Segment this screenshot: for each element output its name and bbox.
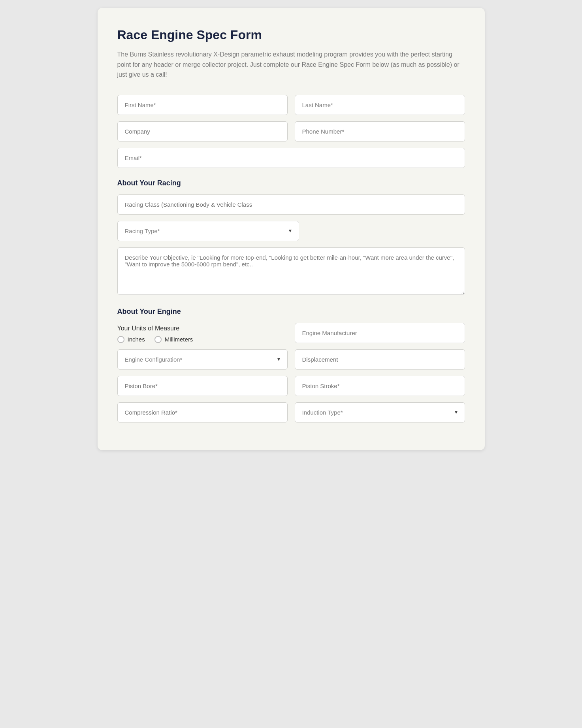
first-name-input[interactable] — [117, 95, 288, 115]
racing-class-input[interactable] — [117, 194, 465, 215]
millimeters-label: Millimeters — [165, 336, 193, 343]
displacement-field — [295, 349, 465, 370]
inches-radio-label[interactable]: Inches — [117, 336, 145, 343]
compression-ratio-input[interactable] — [117, 402, 288, 422]
manufacturer-right — [295, 323, 465, 343]
racing-type-wrapper: Racing Type* Oval Drag Road Course Off-R… — [117, 221, 299, 241]
radio-group: Inches Millimeters — [117, 336, 288, 343]
induction-type-field: Induction Type* Naturally Aspirated Turb… — [295, 402, 465, 422]
phone-input[interactable] — [295, 121, 465, 141]
racing-type-row: Racing Type* Oval Drag Road Course Off-R… — [117, 221, 465, 241]
objective-row — [117, 247, 465, 296]
engine-config-select[interactable]: Engine Configuration* V8 V6 Inline 4 Inl… — [117, 349, 288, 370]
bore-stroke-row — [117, 376, 465, 396]
units-manufacturer-row: Your Units of Measure Inches Millimeters — [117, 323, 465, 343]
last-name-input[interactable] — [295, 95, 465, 115]
units-left: Your Units of Measure Inches Millimeters — [117, 323, 288, 343]
company-input[interactable] — [117, 121, 288, 141]
racing-class-field — [117, 194, 465, 215]
racing-type-select-wrapper: Racing Type* Oval Drag Road Course Off-R… — [117, 221, 299, 241]
name-row — [117, 95, 465, 115]
piston-stroke-field — [295, 376, 465, 396]
engine-config-select-wrapper: Engine Configuration* V8 V6 Inline 4 Inl… — [117, 349, 288, 370]
compression-ratio-field — [117, 402, 288, 422]
engine-section-title: About Your Engine — [117, 307, 465, 316]
units-label: Your Units of Measure — [117, 325, 288, 332]
induction-type-select[interactable]: Induction Type* Naturally Aspirated Turb… — [295, 402, 465, 422]
inches-label: Inches — [128, 336, 145, 343]
email-input[interactable] — [117, 148, 465, 168]
company-field — [117, 121, 288, 141]
objective-field — [117, 247, 465, 296]
racing-class-row — [117, 194, 465, 215]
racing-section-title: About Your Racing — [117, 179, 465, 187]
first-name-field — [117, 95, 288, 115]
form-description: The Burns Stainless revolutionary X-Desi… — [117, 49, 465, 80]
email-row — [117, 148, 465, 168]
email-field — [117, 148, 465, 168]
piston-bore-field — [117, 376, 288, 396]
piston-bore-input[interactable] — [117, 376, 288, 396]
objective-textarea[interactable] — [117, 247, 465, 295]
piston-stroke-input[interactable] — [295, 376, 465, 396]
page-title: Race Engine Spec Form — [117, 28, 465, 42]
millimeters-radio-label[interactable]: Millimeters — [154, 336, 193, 343]
engine-section: About Your Engine Your Units of Measure … — [117, 307, 465, 422]
compression-induction-row: Induction Type* Naturally Aspirated Turb… — [117, 402, 465, 422]
engine-manufacturer-input[interactable] — [295, 323, 465, 343]
racing-section: About Your Racing Racing Type* Oval Drag… — [117, 179, 465, 296]
company-phone-row — [117, 121, 465, 141]
last-name-field — [295, 95, 465, 115]
units-section: Your Units of Measure Inches Millimeters — [117, 323, 288, 343]
engine-config-field: Engine Configuration* V8 V6 Inline 4 Inl… — [117, 349, 288, 370]
config-displacement-row: Engine Configuration* V8 V6 Inline 4 Inl… — [117, 349, 465, 370]
displacement-input[interactable] — [295, 349, 465, 370]
phone-field — [295, 121, 465, 141]
racing-type-select[interactable]: Racing Type* Oval Drag Road Course Off-R… — [117, 221, 299, 241]
inches-radio[interactable] — [117, 336, 124, 343]
induction-type-select-wrapper: Induction Type* Naturally Aspirated Turb… — [295, 402, 465, 422]
millimeters-radio[interactable] — [154, 336, 162, 343]
form-container: Race Engine Spec Form The Burns Stainles… — [98, 8, 485, 450]
